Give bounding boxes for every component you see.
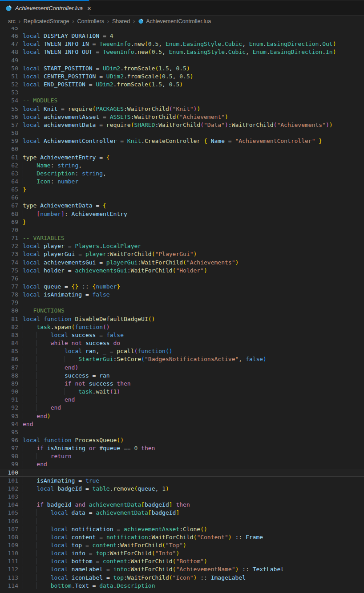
line-number[interactable]: 77 bbox=[0, 283, 18, 291]
code-line[interactable]: 94end bbox=[0, 420, 364, 428]
line-number[interactable]: 56 bbox=[0, 113, 18, 121]
code-line[interactable]: 70 bbox=[0, 226, 364, 234]
code-line-text[interactable] bbox=[18, 299, 23, 307]
line-number[interactable]: 76 bbox=[0, 275, 18, 283]
code-line-text[interactable]: local achievementAsset = ASSETS:WaitForC… bbox=[18, 113, 228, 121]
breadcrumb-item-shared[interactable]: Shared bbox=[112, 18, 130, 24]
line-number[interactable]: 103 bbox=[0, 493, 18, 501]
line-number[interactable]: 106 bbox=[0, 517, 18, 525]
line-number[interactable]: 64 bbox=[0, 178, 18, 186]
line-number[interactable]: 107 bbox=[0, 525, 18, 533]
code-line[interactable]: 111 local bottom = content:WaitForChild(… bbox=[0, 557, 364, 565]
line-number[interactable]: 114 bbox=[0, 582, 18, 590]
line-number[interactable]: 72 bbox=[0, 242, 18, 250]
code-line[interactable]: 84 while not success do bbox=[0, 339, 364, 347]
code-line-text[interactable]: local DISPLAY_DURATION = 4 bbox=[18, 32, 113, 40]
code-line-text[interactable]: if badgeId and achievementData[badgeId] … bbox=[18, 501, 190, 509]
line-number[interactable]: 53 bbox=[0, 89, 18, 97]
code-line-text[interactable] bbox=[18, 226, 23, 234]
code-line-text[interactable]: end) bbox=[18, 364, 78, 372]
line-number[interactable]: 46 bbox=[0, 32, 18, 40]
code-line[interactable]: 98 return bbox=[0, 452, 364, 460]
code-line-text[interactable] bbox=[18, 275, 23, 283]
close-icon[interactable]: × bbox=[86, 4, 93, 12]
code-line[interactable]: 107 local notification = achievementAsse… bbox=[0, 525, 364, 533]
code-line[interactable]: 85 local ran, _ = pcall(function() bbox=[0, 347, 364, 355]
code-line[interactable]: 80-- FUNCTIONS bbox=[0, 307, 364, 315]
code-line[interactable]: 46local DISPLAY_DURATION = 4 bbox=[0, 32, 364, 40]
line-number[interactable]: 94 bbox=[0, 420, 18, 428]
line-number[interactable]: 78 bbox=[0, 291, 18, 299]
code-line-text[interactable]: end bbox=[18, 460, 47, 468]
code-line[interactable]: 66 bbox=[0, 194, 364, 202]
code-line-text[interactable] bbox=[18, 194, 23, 202]
code-line[interactable]: 68 [number]: AchievementEntry bbox=[0, 210, 364, 218]
code-line-text[interactable]: bottom.Text = data.Description bbox=[18, 582, 155, 590]
code-line[interactable]: 87 end) bbox=[0, 364, 364, 372]
line-number[interactable]: 54 bbox=[0, 97, 18, 105]
line-number[interactable]: 101 bbox=[0, 477, 18, 485]
code-line[interactable]: 67type AchievementData = { bbox=[0, 202, 364, 210]
line-number[interactable]: 70 bbox=[0, 226, 18, 234]
code-line-text[interactable]: Description: string, bbox=[18, 170, 106, 178]
breadcrumb-item-controllers[interactable]: Controllers bbox=[77, 18, 104, 24]
code-line[interactable]: 45 bbox=[0, 27, 364, 32]
line-number[interactable]: 47 bbox=[0, 40, 18, 48]
line-number[interactable]: 88 bbox=[0, 372, 18, 380]
code-line[interactable]: 100 bbox=[0, 469, 364, 477]
code-line-text[interactable]: if not success then bbox=[18, 380, 131, 388]
code-line-text[interactable]: StarterGui:SetCore("BadgesNotificationsA… bbox=[18, 355, 267, 363]
code-line-text[interactable]: end) bbox=[18, 412, 51, 420]
code-line[interactable]: 93 end) bbox=[0, 412, 364, 420]
code-line-text[interactable] bbox=[18, 469, 36, 477]
code-line[interactable]: 99 end bbox=[0, 460, 364, 468]
code-line[interactable]: 47local TWEEN_INFO_IN = TweenInfo.new(0.… bbox=[0, 40, 364, 48]
line-number[interactable]: 105 bbox=[0, 509, 18, 517]
line-number[interactable]: 110 bbox=[0, 549, 18, 557]
code-line-text[interactable]: if isAnimating or #queue == 0 then bbox=[18, 444, 155, 452]
code-line-text[interactable] bbox=[18, 428, 23, 436]
code-line-text[interactable]: } bbox=[18, 218, 26, 226]
line-number[interactable]: 57 bbox=[0, 121, 18, 129]
line-number[interactable]: 74 bbox=[0, 259, 18, 267]
code-line[interactable]: 106 bbox=[0, 517, 364, 525]
code-line[interactable]: 101 isAnimating = true bbox=[0, 477, 364, 485]
code-line-text[interactable]: local content = notification:WaitForChil… bbox=[18, 533, 263, 541]
code-line-text[interactable]: Name: string, bbox=[18, 162, 82, 170]
tab-achievementcontroller[interactable]: AchievementController.lua × bbox=[0, 0, 89, 16]
code-line[interactable]: 102 local badgeId = table.remove(queue, … bbox=[0, 485, 364, 493]
code-line-text[interactable]: local queue = {} :: {number} bbox=[18, 283, 120, 291]
code-line-text[interactable]: local TWEEN_INFO_IN = TweenInfo.new(0.5,… bbox=[18, 40, 336, 48]
line-number[interactable]: 59 bbox=[0, 137, 18, 145]
code-line[interactable]: 96local function ProcessQueue() bbox=[0, 436, 364, 444]
code-line-text[interactable]: end bbox=[18, 404, 61, 412]
line-number[interactable]: 67 bbox=[0, 202, 18, 210]
line-number[interactable]: 92 bbox=[0, 404, 18, 412]
line-number[interactable]: 113 bbox=[0, 574, 18, 582]
line-number[interactable]: 93 bbox=[0, 412, 18, 420]
code-line-text[interactable]: task.wait(1) bbox=[18, 388, 120, 396]
line-number[interactable]: 49 bbox=[0, 57, 18, 65]
code-line[interactable]: 81local function DisableDefaultBadgeUI() bbox=[0, 315, 364, 323]
line-number[interactable]: 86 bbox=[0, 355, 18, 363]
code-line[interactable]: 104 if badgeId and achievementData[badge… bbox=[0, 501, 364, 509]
code-line-text[interactable]: return bbox=[18, 452, 72, 460]
code-line[interactable]: 112 local nameLabel = info:WaitForChild(… bbox=[0, 565, 364, 573]
code-line-text[interactable]: local badgeId = table.remove(queue, 1) bbox=[18, 485, 169, 493]
code-line-text[interactable]: local nameLabel = info:WaitForChild("Ach… bbox=[18, 565, 284, 573]
code-line[interactable]: 55local Knit = require(PACKAGES:WaitForC… bbox=[0, 105, 364, 113]
line-number[interactable]: 112 bbox=[0, 565, 18, 573]
code-line-text[interactable]: local player = Players.LocalPlayer bbox=[18, 242, 141, 250]
line-number[interactable]: 89 bbox=[0, 380, 18, 388]
code-line[interactable]: 109 local top = content:WaitForChild("To… bbox=[0, 541, 364, 549]
line-number[interactable]: 66 bbox=[0, 194, 18, 202]
code-line[interactable]: 90 task.wait(1) bbox=[0, 388, 364, 396]
code-line[interactable]: 89 if not success then bbox=[0, 380, 364, 388]
code-line-text[interactable]: local END_POSITION = UDim2.fromScale(1.5… bbox=[18, 81, 183, 89]
code-line[interactable]: 77local queue = {} :: {number} bbox=[0, 283, 364, 291]
line-number[interactable]: 97 bbox=[0, 444, 18, 452]
code-line-text[interactable]: [number]: AchievementEntry bbox=[18, 210, 127, 218]
code-line-text[interactable]: } bbox=[18, 186, 26, 194]
code-line-text[interactable]: local Knit = require(PACKAGES:WaitForChi… bbox=[18, 105, 200, 113]
code-line-text[interactable]: local CENTER_POSITION = UDim2.fromScale(… bbox=[18, 73, 194, 81]
